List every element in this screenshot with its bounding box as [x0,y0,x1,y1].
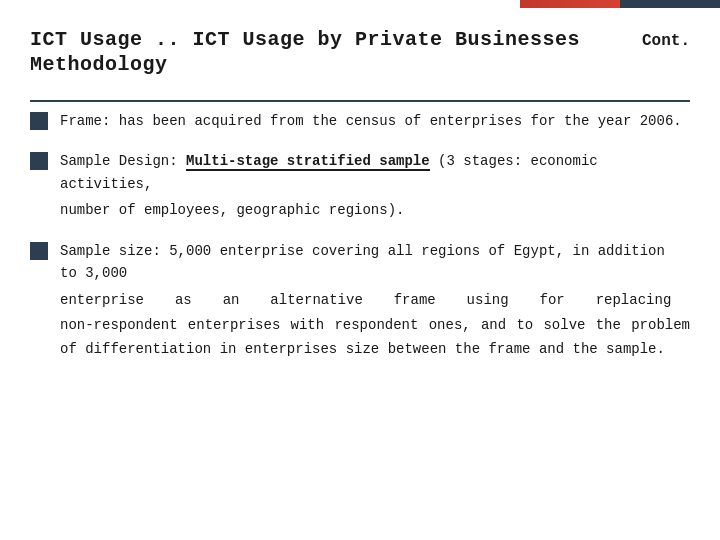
bullet-2-continuation-text: number of employees, geographic regions)… [60,202,404,218]
cont-label: Cont. [642,32,690,50]
bullet-3-body: enterprise as an alternative frame using… [60,288,690,362]
top-bar-accent [620,0,720,8]
bullet-text-3-start: Sample size: 5,000 enterprise covering a… [60,240,690,285]
bullet-item-3: Sample size: 5,000 enterprise covering a… [30,240,690,285]
bullet-item-1: Frame: has been acquired from the census… [30,110,690,132]
header-divider [30,100,690,102]
highlight-multistage: Multi-stage stratified sample [186,153,430,171]
bullet-2-continuation: number of employees, geographic regions)… [60,199,690,221]
bullet-text-2: Sample Design: Multi-stage stratified sa… [60,150,690,195]
bullet-icon-3 [30,242,48,260]
bullet-text-1: Frame: has been acquired from the census… [60,110,690,132]
header-titles: ICT Usage .. ICT Usage by Private Busine… [30,28,580,76]
bullet-item-2: Sample Design: Multi-stage stratified sa… [30,150,690,195]
bullet-icon-1 [30,112,48,130]
sub-title: Methodology [30,53,580,76]
bullet-3-body-text: enterprise as an alternative frame using… [60,288,690,362]
main-title: ICT Usage .. ICT Usage by Private Busine… [30,28,580,51]
bullet-icon-2 [30,152,48,170]
content-area: Frame: has been acquired from the census… [30,110,690,510]
header: ICT Usage .. ICT Usage by Private Busine… [0,18,720,86]
